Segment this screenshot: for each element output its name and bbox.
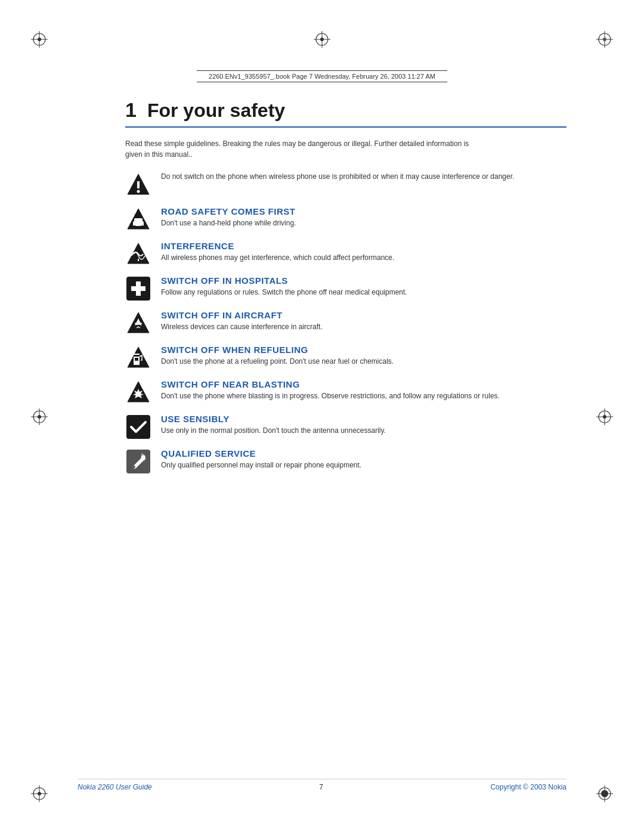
safety-item-aircraft-text: SWITCH OFF IN AIRCRAFT Wireless devices … [161, 310, 566, 332]
reg-mark-bottom-right [596, 785, 613, 802]
safety-item-use-sensibly-heading: USE SENSIBLY [161, 414, 566, 424]
road-safety-icon [125, 206, 151, 233]
svg-point-35 [141, 225, 143, 228]
svg-point-34 [134, 225, 136, 228]
chapter-number: 1 [125, 98, 137, 122]
safety-item-hospitals-text: SWITCH OFF IN HOSPITALS Follow any regul… [161, 275, 566, 298]
safety-item-refueling-text: SWITCH OFF WHEN REFUELING Don't use the … [161, 345, 566, 367]
safety-item-interference-text: INTERFERENCE All wireless phones may get… [161, 241, 566, 263]
safety-item-road-safety-desc: Don't use a hand-held phone while drivin… [161, 218, 566, 228]
svg-point-30 [137, 190, 140, 193]
safety-item-aircraft-desc: Wireless devices can cause interference … [161, 322, 566, 332]
hospitals-icon [125, 275, 151, 302]
svg-point-3 [38, 38, 41, 41]
svg-rect-44 [135, 358, 138, 361]
safety-item-refueling-heading: SWITCH OFF WHEN REFUELING [161, 345, 566, 355]
svg-point-7 [603, 38, 606, 41]
footer: Nokia 2260 User Guide 7 Copyright © 2003… [78, 779, 566, 791]
svg-rect-40 [131, 286, 145, 291]
reg-mark-left-mid [31, 408, 48, 425]
safety-item-switch-off-text: Do not switch on the phone when wireless… [161, 172, 566, 182]
use-sensibly-icon [125, 414, 151, 440]
safety-item-interference-heading: INTERFERENCE [161, 241, 566, 251]
safety-item-qualified-service-desc: Only qualified personnel may install or … [161, 460, 566, 470]
blasting-icon [125, 379, 151, 405]
safety-item-qualified-service: QUALIFIED SERVICE Only qualified personn… [125, 448, 566, 475]
safety-item-hospitals-desc: Follow any regulations or rules. Switch … [161, 287, 566, 298]
safety-item-hospitals-heading: SWITCH OFF IN HOSPITALS [161, 275, 566, 286]
safety-item-aircraft-heading: SWITCH OFF IN AIRCRAFT [161, 310, 566, 320]
refueling-icon [125, 345, 151, 371]
reg-mark-top-right [596, 31, 613, 48]
svg-point-23 [38, 415, 41, 419]
reg-mark-bottom-left [31, 785, 48, 802]
svg-point-15 [601, 790, 608, 797]
safety-item-refueling-desc: Don't use the phone at a refueling point… [161, 357, 566, 367]
safety-item-road-safety: ROAD SAFETY COMES FIRST Don't use a hand… [125, 206, 566, 233]
safety-item-blasting-heading: SWITCH OFF NEAR BLASTING [161, 379, 566, 389]
safety-item-road-safety-heading: ROAD SAFETY COMES FIRST [161, 206, 566, 216]
main-content: 1 For your safety Read these simple guid… [125, 98, 566, 761]
safety-item-switch-off: Do not switch on the phone when wireless… [125, 172, 566, 198]
safety-item-use-sensibly: USE SENSIBLY Use only in the normal posi… [125, 414, 566, 440]
reg-mark-right-mid [596, 408, 613, 425]
footer-left: Nokia 2260 User Guide [78, 783, 152, 791]
chapter-heading: 1 For your safety [125, 98, 566, 128]
svg-rect-29 [137, 181, 140, 188]
safety-item-refueling: SWITCH OFF WHEN REFUELING Don't use the … [125, 345, 566, 371]
intro-text: Read these simple guidelines. Breaking t… [125, 138, 483, 160]
safety-item-blasting: SWITCH OFF NEAR BLASTING Don't use the p… [125, 379, 566, 405]
svg-rect-33 [134, 218, 143, 222]
safety-item-use-sensibly-text: USE SENSIBLY Use only in the normal posi… [161, 414, 566, 436]
safety-item-blasting-text: SWITCH OFF NEAR BLASTING Don't use the p… [161, 379, 566, 401]
reg-mark-top-left [31, 31, 48, 48]
safety-item-blasting-desc: Don't use the phone where blasting is in… [161, 391, 566, 401]
svg-point-19 [320, 38, 324, 41]
file-info-text: 2260.ENv1_9355957_.book Page 7 Wednesday… [209, 73, 435, 80]
safety-item-hospitals: SWITCH OFF IN HOSPITALS Follow any regul… [125, 275, 566, 302]
reg-mark-top-center [314, 31, 330, 48]
qualified-service-icon [125, 448, 151, 475]
warning-exclamation-icon [125, 172, 151, 198]
footer-page-number: 7 [319, 783, 323, 791]
safety-item-qualified-service-text: QUALIFIED SERVICE Only qualified personn… [161, 448, 566, 470]
footer-right: Copyright © 2003 Nokia [490, 783, 566, 791]
aircraft-icon [125, 310, 151, 336]
safety-item-use-sensibly-desc: Use only in the normal position. Don't t… [161, 426, 566, 436]
safety-item-switch-off-desc: Do not switch on the phone when wireless… [161, 172, 566, 182]
interference-icon [125, 241, 151, 267]
file-info-bar: 2260.ENv1_9355957_.book Page 7 Wednesday… [197, 70, 447, 82]
safety-item-interference-desc: All wireless phones may get interference… [161, 253, 566, 263]
safety-item-aircraft: SWITCH OFF IN AIRCRAFT Wireless devices … [125, 310, 566, 336]
safety-item-interference: INTERFERENCE All wireless phones may get… [125, 241, 566, 267]
svg-point-48 [133, 466, 135, 468]
chapter-title: For your safety [147, 100, 285, 122]
svg-point-27 [603, 415, 606, 419]
safety-item-road-safety-text: ROAD SAFETY COMES FIRST Don't use a hand… [161, 206, 566, 228]
safety-item-qualified-service-heading: QUALIFIED SERVICE [161, 448, 566, 459]
svg-point-11 [38, 792, 41, 795]
safety-items-list: Do not switch on the phone when wireless… [125, 172, 566, 475]
